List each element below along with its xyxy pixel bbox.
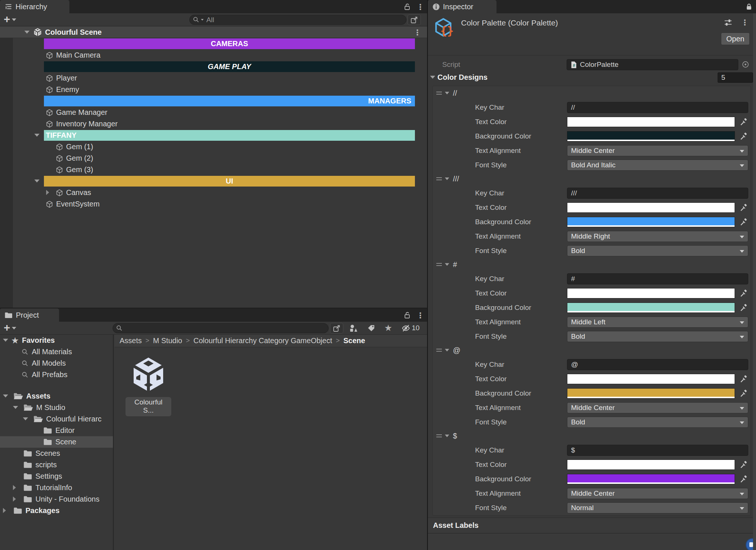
breadcrumb-item[interactable]: Colourful Hierarchy Category GameObject <box>193 337 332 345</box>
tree-item-folder[interactable]: Scene <box>0 436 113 448</box>
hierarchy-create-button[interactable]: + <box>4 13 16 26</box>
text-color-swatch[interactable] <box>567 202 735 213</box>
text-alignment-dropdown[interactable]: Middle Right <box>567 231 748 242</box>
hierarchy-category-bar[interactable]: GAME PLAY <box>0 61 427 72</box>
object-picker-icon[interactable] <box>742 61 749 68</box>
hierarchy-item[interactable]: Canvas <box>0 187 427 198</box>
tree-item-folder[interactable]: Settings <box>0 471 113 482</box>
foldout-icon[interactable] <box>3 394 8 397</box>
expand-arrow-icon[interactable] <box>13 496 16 502</box>
foldout-icon[interactable] <box>445 178 449 180</box>
text-color-swatch[interactable] <box>567 460 735 470</box>
hierarchy-item[interactable]: Gem (3) <box>0 164 427 175</box>
foldout-icon[interactable] <box>13 406 18 409</box>
tree-item-folder[interactable]: Scenes <box>0 448 113 459</box>
text-color-swatch[interactable] <box>567 374 735 384</box>
asset-labels-section[interactable]: Asset Labels <box>428 517 753 533</box>
breadcrumb-item[interactable]: Scene <box>343 337 365 345</box>
foldout-icon[interactable] <box>445 349 449 352</box>
foldout-icon[interactable] <box>445 263 449 266</box>
tree-item-folder[interactable]: Unity - Foundations <box>0 493 113 505</box>
eyedropper-icon[interactable] <box>739 475 748 483</box>
expand-arrow-icon[interactable] <box>13 485 16 490</box>
tree-item-folder[interactable]: scripts <box>0 459 113 471</box>
drag-handle-icon[interactable] <box>436 434 442 437</box>
foldout-icon[interactable] <box>430 76 435 79</box>
scene-menu-icon[interactable]: ⋮ <box>413 28 421 36</box>
text-color-swatch[interactable] <box>567 117 735 127</box>
drag-handle-icon[interactable] <box>436 263 442 266</box>
key-char-field[interactable]: # <box>567 273 748 284</box>
background-color-swatch[interactable] <box>567 217 735 227</box>
hierarchy-category-bar[interactable]: MANAGERS <box>0 95 427 107</box>
inspector-scrollbar[interactable] <box>753 13 756 550</box>
project-create-button[interactable]: + <box>4 322 16 334</box>
eyedropper-icon[interactable] <box>739 375 748 383</box>
open-search-window-button[interactable] <box>330 323 343 334</box>
hierarchy-menu-icon[interactable]: ⋮ <box>416 3 424 11</box>
foldout-icon[interactable] <box>34 134 39 137</box>
background-color-swatch[interactable] <box>567 303 735 313</box>
scene-row[interactable]: Colourful Scene ⋮ <box>0 27 427 38</box>
design-element-header[interactable]: $ <box>433 430 750 441</box>
hierarchy-item[interactable]: Enemy <box>0 84 427 95</box>
foldout-icon[interactable] <box>3 339 8 342</box>
tab-hierarchy[interactable]: Hierarchy <box>0 0 69 13</box>
lock-closed-icon[interactable] <box>745 3 753 11</box>
tree-item-folder[interactable]: M Studio <box>0 402 113 413</box>
hierarchy-search[interactable] <box>189 15 406 25</box>
tree-item-saved-search[interactable]: All Materials <box>0 346 113 358</box>
breadcrumb-item[interactable]: Assets <box>120 337 142 345</box>
design-element-header[interactable]: @ <box>433 345 750 356</box>
foldout-icon[interactable] <box>34 180 39 182</box>
hidden-count-toggle[interactable]: 10 <box>401 324 420 333</box>
script-field[interactable]: # ColorPalette <box>567 59 738 70</box>
background-color-swatch[interactable] <box>567 388 735 399</box>
tree-item-favorites[interactable]: ★Favorites <box>0 335 113 346</box>
tree-item-saved-search[interactable]: All Prefabs <box>0 369 113 380</box>
font-style-dropdown[interactable]: Bold <box>567 245 748 256</box>
key-char-field[interactable]: /// <box>567 188 748 199</box>
background-color-swatch[interactable] <box>567 474 735 484</box>
eyedropper-icon[interactable] <box>739 203 748 212</box>
hierarchy-category-bar[interactable]: CAMERAS <box>0 38 427 49</box>
key-char-field[interactable]: @ <box>567 359 748 370</box>
open-search-window-button[interactable] <box>408 14 421 25</box>
hierarchy-category-bar[interactable]: TIFFANY <box>0 130 427 141</box>
project-menu-icon[interactable]: ⋮ <box>416 311 424 319</box>
asset-item[interactable]: Colourful S... <box>126 356 171 416</box>
eyedropper-icon[interactable] <box>739 289 748 297</box>
hierarchy-item[interactable]: Gem (2) <box>0 153 427 164</box>
text-alignment-dropdown[interactable]: Middle Center <box>567 145 748 156</box>
search-by-type-icon[interactable] <box>349 324 358 333</box>
breadcrumb[interactable]: Assets>M Studio>Colourful Hierarchy Cate… <box>114 335 427 347</box>
foldout-icon[interactable] <box>23 417 28 420</box>
tree-item-folder[interactable]: Editor <box>0 425 113 436</box>
eyedropper-icon[interactable] <box>739 117 748 126</box>
color-designs-header[interactable]: Color Designs 5 <box>428 72 753 83</box>
text-alignment-dropdown[interactable]: Middle Center <box>567 488 748 499</box>
open-button[interactable]: Open <box>721 33 750 45</box>
expand-arrow-icon[interactable] <box>3 508 6 513</box>
hierarchy-item[interactable]: Inventory Manager <box>0 118 427 130</box>
background-color-swatch[interactable] <box>567 131 735 141</box>
key-char-field[interactable]: // <box>567 102 748 113</box>
breadcrumb-item[interactable]: M Studio <box>153 337 182 345</box>
eyedropper-icon[interactable] <box>739 218 748 226</box>
design-element-header[interactable]: # <box>433 259 750 270</box>
tree-item-folder[interactable]: TutorialInfo <box>0 482 113 493</box>
font-style-dropdown[interactable]: Bold And Italic <box>567 160 748 171</box>
hierarchy-search-input[interactable] <box>206 16 403 24</box>
foldout-icon[interactable] <box>445 435 449 437</box>
eyedropper-icon[interactable] <box>739 303 748 312</box>
key-char-field[interactable]: $ <box>567 445 748 456</box>
tree-item-saved-search[interactable]: All Models <box>0 358 113 369</box>
font-style-dropdown[interactable]: Bold <box>567 417 748 428</box>
text-alignment-dropdown[interactable]: Middle Center <box>567 402 748 413</box>
foldout-icon[interactable] <box>445 92 449 95</box>
drag-handle-icon[interactable] <box>436 92 442 95</box>
font-style-dropdown[interactable]: Normal <box>567 502 748 513</box>
hierarchy-category-bar[interactable]: UI <box>0 175 427 187</box>
lock-open-icon[interactable] <box>403 311 411 319</box>
hierarchy-item[interactable]: EventSystem <box>0 198 427 210</box>
